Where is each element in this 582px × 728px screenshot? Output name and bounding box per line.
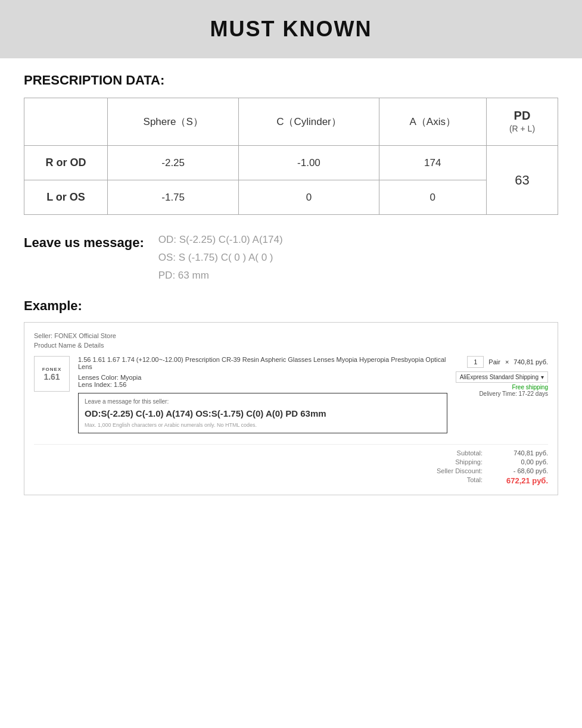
col-header-pd: PD (R + L) (486, 98, 558, 146)
lens-index-label: Lens Index: (78, 381, 112, 388)
qty-price-section: 1 Pair × 740,81 руб. AliExpress Standard… (456, 356, 548, 397)
example-seller: Seller: FONEX Official Store (34, 332, 548, 339)
delivery-time-label: Delivery Time: 17-22 days (456, 390, 548, 397)
row-axis-os: 0 (379, 180, 486, 215)
example-product-name: Product Name & Details (34, 342, 548, 349)
message-box-hint: Max. 1,000 English characters or Arabic … (85, 422, 441, 428)
col-header-axis: A（Axis） (379, 98, 486, 146)
prescription-table: Sphere（S） C（Cylinder） A（Axis） PD (R + L)… (24, 98, 558, 215)
lens-index-value: 1.56 (114, 381, 126, 388)
price-each: 740,81 руб. (513, 358, 548, 365)
col-header-empty (24, 98, 108, 146)
page-title: MUST KNOWN (12, 17, 570, 42)
example-product-row: FONEX 1.61 1.56 1.61 1.67 1.74 (+12.00~-… (34, 356, 548, 438)
lenses-color-label: Lenses Color: (78, 374, 119, 381)
row-label-od: R or OD (24, 146, 108, 180)
shipping-cost-value: 0,00 руб. (494, 458, 548, 465)
shipping-select[interactable]: AliExpress Standard Shipping ▾ (456, 371, 548, 383)
leave-message-label: Leave us message: (24, 234, 144, 251)
col-header-cylinder: C（Cylinder） (239, 98, 379, 146)
row-axis-od: 174 (379, 146, 486, 180)
message-examples: OD: S(-2.25) C(-1.0) A(174) OS: S (-1.75… (158, 234, 283, 282)
shipping-box: AliExpress Standard Shipping ▾ Free ship… (456, 371, 548, 397)
row-cylinder-od: -1.00 (239, 146, 379, 180)
qty-box: 1 (467, 356, 484, 368)
leave-message-section: Leave us message: OD: S(-2.25) C(-1.0) A… (24, 234, 558, 282)
example-box: Seller: FONEX Official Store Product Nam… (24, 322, 558, 495)
subtotal-row: Subtotal: 740,81 руб. (423, 449, 548, 457)
message-box-content: OD:S(-2.25) C(-1.0) A(174) OS:S(-1.75) C… (85, 407, 441, 420)
product-title: 1.56 1.61 1.67 1.74 (+12.00~-12.00) Pres… (78, 356, 447, 370)
free-shipping-label: Free shipping (456, 384, 548, 390)
col-header-sphere: Sphere（S） (108, 98, 239, 146)
message-line-3: PD: 63 mm (158, 270, 283, 282)
row-cylinder-os: 0 (239, 180, 379, 215)
message-line-1: OD: S(-2.25) C(-1.0) A(174) (158, 234, 283, 246)
product-info: 1.56 1.61 1.67 1.74 (+12.00~-12.00) Pres… (78, 356, 447, 438)
unit-label: Pair (488, 358, 500, 365)
pd-main-label: PD (494, 109, 550, 123)
logo-num: 1.61 (43, 372, 60, 382)
example-totals: Subtotal: 740,81 руб. Shipping: 0,00 руб… (34, 444, 548, 485)
lens-index: Lens Index: 1.56 (78, 381, 447, 388)
pd-sub-label: (R + L) (509, 124, 535, 133)
pd-value-cell: 63 (486, 146, 558, 215)
row-sphere-od: -2.25 (108, 146, 239, 180)
qty-price-row: 1 Pair × 740,81 руб. (467, 356, 548, 368)
message-box-label: Leave a message for this seller: (85, 398, 441, 405)
total-row: Total: 672,21 руб. (423, 476, 548, 485)
shipping-dropdown-icon[interactable]: ▾ (541, 374, 544, 380)
table-row: L or OS -1.75 0 0 (24, 180, 558, 215)
discount-row: Seller Discount: - 68,60 руб. (423, 467, 548, 474)
total-label: Total: (423, 476, 483, 485)
page-header: MUST KNOWN (0, 0, 582, 58)
lenses-color-value: Myopia (120, 374, 141, 381)
subtotal-value: 740,81 руб. (494, 449, 548, 457)
pd-value: 63 (515, 173, 529, 188)
subtotal-label: Subtotal: (423, 449, 483, 457)
logo-brand: FONEX (42, 367, 62, 372)
total-value: 672,21 руб. (494, 476, 548, 485)
example-logo: FONEX 1.61 (34, 356, 70, 392)
prescription-section-title: PRESCRIPTION DATA: (24, 73, 558, 88)
shipping-cost-row: Shipping: 0,00 руб. (423, 458, 548, 465)
discount-value: - 68,60 руб. (494, 467, 548, 474)
shipping-label: AliExpress Standard Shipping (460, 374, 539, 380)
message-line-2: OS: S (-1.75) C( 0 ) A( 0 ) (158, 252, 283, 264)
main-content: PRESCRIPTION DATA: Sphere（S） C（Cylinder）… (0, 73, 582, 519)
table-row: R or OD -2.25 -1.00 174 63 (24, 146, 558, 180)
row-sphere-os: -1.75 (108, 180, 239, 215)
multiply-symbol: × (505, 358, 509, 365)
discount-label: Seller Discount: (423, 467, 483, 474)
shipping-cost-label: Shipping: (423, 458, 483, 465)
seller-message-box: Leave a message for this seller: OD:S(-2… (78, 393, 447, 433)
row-label-os: L or OS (24, 180, 108, 215)
example-title: Example: (24, 298, 558, 314)
lenses-color: Lenses Color: Myopia (78, 374, 447, 381)
